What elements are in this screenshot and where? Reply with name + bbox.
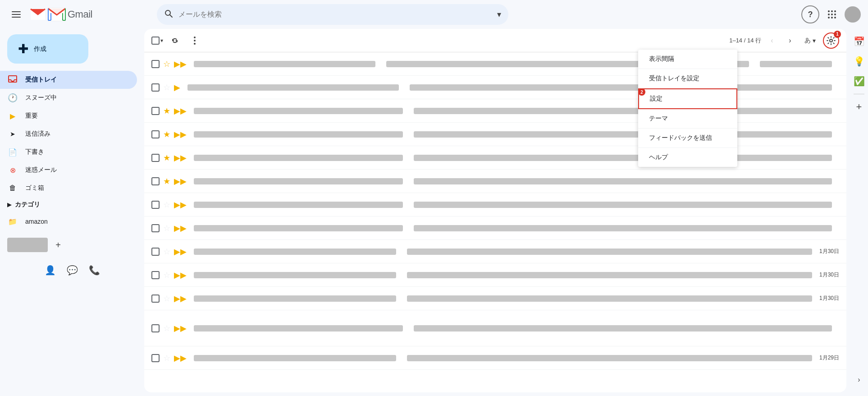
language-button[interactable]: あ ▾ xyxy=(801,35,819,46)
prev-page-button[interactable]: ‹ xyxy=(765,33,779,48)
trash-label: ゴミ箱 xyxy=(25,184,130,192)
row-star-icon[interactable]: ☆ xyxy=(163,59,170,69)
row-star-icon[interactable]: ☆ xyxy=(163,270,170,280)
sidebar-item-sent[interactable]: ➤ 送信済み xyxy=(0,125,137,143)
sidebar-item-important[interactable]: ▶ 重要 xyxy=(0,107,137,125)
categories-arrow: ▶ xyxy=(7,202,11,208)
inbox-icon xyxy=(7,74,18,86)
avatar[interactable] xyxy=(845,6,861,23)
search-dropdown-icon[interactable]: ▾ xyxy=(497,9,501,19)
calendar-icon-button[interactable]: 📅 xyxy=(850,32,868,51)
email-row[interactable]: ☆ ▶▶ xyxy=(144,216,846,240)
compose-button[interactable]: ✚ 作成 xyxy=(7,34,88,64)
drafts-icon: 📄 xyxy=(7,148,18,157)
hamburger-button[interactable] xyxy=(7,5,25,23)
row-checkbox[interactable] xyxy=(151,295,160,303)
right-panel-expand-button[interactable]: › xyxy=(850,371,868,389)
row-checkbox[interactable] xyxy=(151,324,160,332)
row-checkbox[interactable] xyxy=(151,130,160,138)
email-row[interactable]: ☆ ▶▶ 1月30日 xyxy=(144,263,846,287)
row-checkbox[interactable] xyxy=(151,354,160,362)
email-row[interactable]: ☆ ▶▶ 1月30日 xyxy=(144,240,846,263)
chat-icon[interactable]: 💬 xyxy=(67,265,78,276)
email-row[interactable]: ★ ▶▶ xyxy=(144,123,846,146)
sidebar-item-drafts[interactable]: 📄 下書き xyxy=(0,143,137,161)
settings-gear-container: 1 xyxy=(823,32,839,49)
contacts-icon[interactable]: 👤 xyxy=(45,265,56,276)
help-button[interactable]: ? xyxy=(801,5,819,23)
row-star-icon[interactable]: ★ xyxy=(163,106,170,116)
apps-button[interactable] xyxy=(823,5,841,23)
svg-point-16 xyxy=(831,14,833,15)
keep-icon-button[interactable]: 💡 xyxy=(850,52,868,70)
row-checkbox[interactable] xyxy=(151,107,160,115)
sidebar-item-trash[interactable]: 🗑 ゴミ箱 xyxy=(0,179,137,197)
search-input[interactable] xyxy=(178,10,492,18)
row-checkbox[interactable] xyxy=(151,271,160,279)
sidebar-item-spam[interactable]: ⊗ 迷惑メール xyxy=(0,161,137,179)
row-star-icon[interactable]: ★ xyxy=(163,153,170,163)
email-row[interactable]: ☆ ▶ xyxy=(144,76,846,99)
select-all-checkbox[interactable] xyxy=(151,37,160,45)
row-checkbox[interactable] xyxy=(151,224,160,232)
next-page-button[interactable]: › xyxy=(783,33,797,48)
dropdown-item-configure-inbox[interactable]: 受信トレイを設定 xyxy=(638,69,737,88)
email-row[interactable]: ★ ▶▶ xyxy=(144,146,846,170)
row-star-icon[interactable]: ☆ xyxy=(163,247,170,257)
sidebar-item-inbox[interactable]: 受信トレイ xyxy=(0,71,137,89)
dropdown-item-settings[interactable]: 2 設定 xyxy=(638,88,737,109)
sent-icon: ➤ xyxy=(7,130,18,138)
row-subject-blur xyxy=(414,108,832,114)
row-checkbox[interactable] xyxy=(151,248,160,256)
row-subject-blur xyxy=(410,84,832,91)
search-bar: ▾ xyxy=(157,4,508,25)
row-sender-blur xyxy=(194,225,403,231)
row-date: 1月30日 xyxy=(819,271,839,279)
email-row[interactable]: ★ ▶▶ xyxy=(144,170,846,193)
row-star-icon[interactable]: ☆ xyxy=(163,223,170,233)
row-subject-blur xyxy=(407,295,812,302)
more-options-button[interactable] xyxy=(187,32,203,49)
select-dropdown-arrow[interactable]: ▾ xyxy=(160,37,163,44)
email-row[interactable]: ★ ▶▶ xyxy=(144,99,846,123)
row-checkbox[interactable] xyxy=(151,154,160,162)
sidebar-add-button[interactable]: + xyxy=(51,238,65,252)
email-row[interactable]: ☆ ▶▶ xyxy=(144,52,846,76)
right-panel-add-button[interactable]: + xyxy=(850,98,868,116)
row-star-icon[interactable]: ☆ xyxy=(163,83,170,92)
svg-point-24 xyxy=(194,43,196,45)
row-star-icon[interactable]: ☆ xyxy=(163,353,170,363)
row-sender-blur xyxy=(187,84,399,91)
row-star-icon[interactable]: ☆ xyxy=(163,294,170,304)
row-forward-icon: ▶▶ xyxy=(174,323,187,333)
row-checkbox[interactable] xyxy=(151,60,160,68)
email-row[interactable]: ☆ ▶▶ 1月29日 xyxy=(144,346,846,370)
row-star-icon[interactable]: ★ xyxy=(163,176,170,186)
row-star-icon[interactable]: ☆ xyxy=(163,323,170,333)
sent-label: 送信済み xyxy=(25,130,130,138)
sidebar-item-amazon[interactable]: 📁 amazon xyxy=(0,212,137,230)
email-row[interactable]: ☆ ▶▶ xyxy=(144,193,846,216)
categories-section[interactable]: ▶ カテゴリ xyxy=(0,197,144,212)
sidebar-item-snoozed[interactable]: 🕐 スヌーズ中 xyxy=(0,89,137,107)
email-row[interactable]: ☆ ▶▶ 1月30日 xyxy=(144,287,846,310)
dropdown-item-help[interactable]: ヘルプ xyxy=(638,148,737,167)
email-row[interactable]: ☆ ▶▶ xyxy=(144,310,846,346)
drafts-label: 下書き xyxy=(25,148,130,156)
dropdown-item-theme[interactable]: テーマ xyxy=(638,109,737,129)
compose-plus-icon: ✚ xyxy=(18,41,28,56)
row-star-icon[interactable]: ☆ xyxy=(163,200,170,210)
row-checkbox[interactable] xyxy=(151,201,160,209)
row-star-icon[interactable]: ★ xyxy=(163,129,170,139)
phone-icon[interactable]: 📞 xyxy=(89,265,100,276)
refresh-button[interactable] xyxy=(167,32,183,49)
row-checkbox[interactable] xyxy=(151,177,160,185)
categories-label: カテゴリ xyxy=(15,201,40,209)
tasks-icon-button[interactable]: ✅ xyxy=(850,72,868,90)
row-checkbox[interactable] xyxy=(151,83,160,92)
dropdown-item-display-density[interactable]: 表示間隔 xyxy=(638,50,737,69)
gmail-logo: Gmail xyxy=(30,6,92,23)
row-sender-blur xyxy=(194,131,403,138)
dropdown-item-send-feedback[interactable]: フィードバックを送信 xyxy=(638,129,737,148)
row-forward-icon: ▶▶ xyxy=(174,353,187,363)
